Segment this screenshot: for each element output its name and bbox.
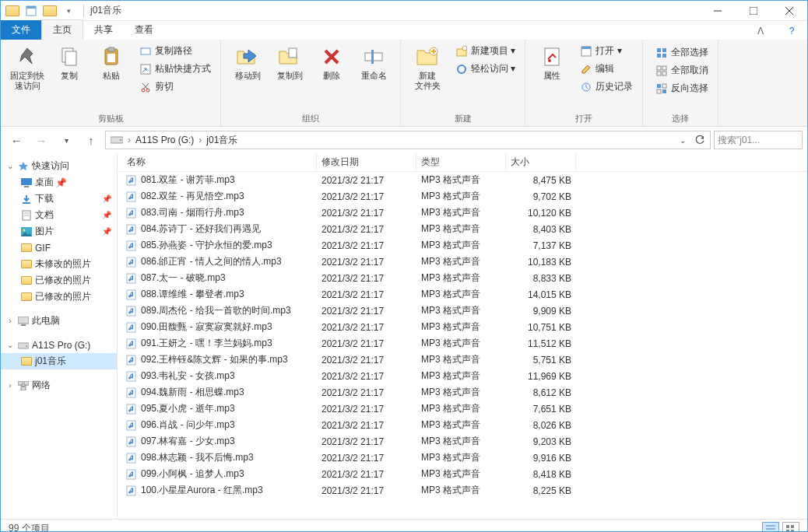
file-row[interactable]: 092.王梓钰&陈文辉 - 如果的事.mp32021/3/2 21:17MP3 … bbox=[118, 352, 807, 368]
breadcrumb-drive[interactable]: A11S Pro (G:) bbox=[132, 135, 197, 145]
select-none-button[interactable]: 全部取消 bbox=[652, 62, 711, 79]
qat-customize-dropdown[interactable]: ▾ bbox=[60, 2, 77, 19]
paste-button[interactable]: 粘贴 bbox=[91, 43, 132, 82]
mp3-icon bbox=[125, 321, 138, 334]
breadcrumb-drive-icon[interactable] bbox=[107, 135, 126, 145]
file-row[interactable]: 099.小阿枫 - 追梦人.mp32021/3/2 21:17MP3 格式声音8… bbox=[118, 466, 807, 482]
file-row[interactable]: 084.苏诗丁 - 还好我们再遇见2021/3/2 21:17MP3 格式声音8… bbox=[118, 221, 807, 237]
file-row[interactable]: 095.夏小虎 - 逝年.mp32021/3/2 21:17MP3 格式声音7,… bbox=[118, 401, 807, 417]
back-button[interactable]: ← bbox=[5, 130, 27, 150]
help-button[interactable]: ? bbox=[776, 23, 807, 40]
tree-documents[interactable]: 文档📌 bbox=[1, 207, 117, 223]
svg-rect-3 bbox=[750, 7, 757, 15]
select-all-button[interactable]: 全部选择 bbox=[652, 44, 711, 61]
search-input[interactable]: 搜索"j01... bbox=[714, 131, 803, 149]
file-size: 10,120 KB bbox=[506, 208, 576, 219]
delete-button[interactable]: 删除 bbox=[311, 43, 352, 82]
tree-thispc[interactable]: ›此电脑 bbox=[1, 313, 117, 329]
file-row[interactable]: 086.邰正宵 - 情人之间的情人.mp32021/3/2 21:17MP3 格… bbox=[118, 254, 807, 270]
tab-file[interactable]: 文件 bbox=[1, 20, 41, 40]
svg-rect-87 bbox=[786, 530, 789, 533]
file-row[interactable]: 100.小星星Aurora - 红黑.mp32021/3/2 21:17MP3 … bbox=[118, 482, 807, 499]
breadcrumb-folder[interactable]: j01音乐 bbox=[203, 134, 241, 147]
copy-path-button[interactable]: 复制路径 bbox=[136, 43, 214, 59]
forward-button[interactable]: → bbox=[30, 130, 52, 150]
col-date[interactable]: 修改日期 bbox=[317, 153, 416, 171]
rename-button[interactable]: 重命名 bbox=[353, 43, 394, 82]
col-name[interactable]: 名称 bbox=[118, 153, 317, 171]
file-list[interactable]: 名称 修改日期 类型 大小 081.双笙 - 谢芳菲.mp32021/3/2 2… bbox=[118, 153, 807, 519]
cut-button[interactable]: 剪切 bbox=[136, 79, 214, 95]
history-button[interactable]: 历史记录 bbox=[577, 79, 636, 95]
col-type[interactable]: 类型 bbox=[416, 153, 506, 171]
file-row[interactable]: 091.王妍之 - 嘿！李兰妈妈.mp32021/3/2 21:17MP3 格式… bbox=[118, 335, 807, 352]
file-row[interactable]: 094.魏新雨 - 相思蝶.mp32021/3/2 21:17MP3 格式声音8… bbox=[118, 384, 807, 401]
new-item-button[interactable]: 新建项目 ▾ bbox=[452, 43, 518, 59]
file-row[interactable]: 082.双笙 - 再见悟空.mp32021/3/2 21:17MP3 格式声音9… bbox=[118, 188, 807, 205]
svg-rect-58 bbox=[24, 381, 29, 385]
file-row[interactable]: 097.林宥嘉 - 少女.mp32021/3/2 21:17MP3 格式声音9,… bbox=[118, 433, 807, 450]
tree-pictures[interactable]: 图片📌 bbox=[1, 223, 117, 240]
select-group-label: 选择 bbox=[649, 111, 711, 124]
address-dropdown[interactable]: ⌄ bbox=[674, 131, 691, 149]
tree-modified2[interactable]: 已修改的照片 bbox=[1, 289, 117, 305]
col-size[interactable]: 大小 bbox=[506, 153, 576, 171]
invert-selection-button[interactable]: 反向选择 bbox=[652, 80, 711, 96]
close-button[interactable] bbox=[771, 1, 807, 21]
file-type: MP3 格式声音 bbox=[416, 451, 506, 464]
tab-home[interactable]: 主页 bbox=[41, 19, 83, 40]
tree-drive[interactable]: ⌄A11S Pro (G:) bbox=[1, 337, 117, 353]
address-bar[interactable]: › A11S Pro (G:) › j01音乐 ⌄ bbox=[105, 131, 711, 149]
refresh-button[interactable] bbox=[691, 131, 708, 149]
qat-newfolder-icon[interactable] bbox=[41, 2, 58, 19]
file-row[interactable]: 085.孙燕姿 - 守护永恒的爱.mp32021/3/2 21:17MP3 格式… bbox=[118, 237, 807, 254]
new-folder-button[interactable]: 新建 文件夹 bbox=[407, 43, 448, 93]
svg-rect-36 bbox=[662, 66, 666, 70]
tree-quickaccess[interactable]: ⌄快速访问 bbox=[1, 158, 117, 174]
minimize-button[interactable] bbox=[700, 1, 736, 21]
file-row[interactable]: 090.田馥甄 - 寂寞寂寞就好.mp32021/3/2 21:17MP3 格式… bbox=[118, 319, 807, 335]
move-to-button[interactable]: 移动到 bbox=[227, 43, 268, 82]
pin-quickaccess-button[interactable]: 固定到快 速访问 bbox=[7, 43, 47, 93]
paste-shortcut-button[interactable]: 粘贴快捷方式 bbox=[136, 61, 214, 77]
file-row[interactable]: 081.双笙 - 谢芳菲.mp32021/3/2 21:17MP3 格式声音8,… bbox=[118, 172, 807, 188]
copy-button[interactable]: 复制 bbox=[49, 43, 90, 82]
icons-view-button[interactable] bbox=[782, 522, 799, 533]
file-row[interactable]: 088.谭维维 - 攀登者.mp32021/3/2 21:17MP3 格式声音1… bbox=[118, 286, 807, 303]
file-size: 8,418 KB bbox=[506, 469, 576, 480]
newfolder-icon bbox=[415, 44, 440, 69]
file-row[interactable]: 096.肖战 - 问少年.mp32021/3/2 21:17MP3 格式声音8,… bbox=[118, 417, 807, 433]
open-button[interactable]: 打开 ▾ bbox=[577, 43, 636, 59]
details-view-button[interactable] bbox=[762, 522, 779, 533]
tab-view[interactable]: 查看 bbox=[124, 20, 164, 40]
copy-to-button[interactable]: 复制到 bbox=[269, 43, 310, 82]
tree-downloads[interactable]: 下载📌 bbox=[1, 191, 117, 207]
chevron-right-icon[interactable]: › bbox=[197, 135, 203, 145]
up-button[interactable]: ↑ bbox=[80, 130, 102, 150]
chevron-right-icon[interactable]: › bbox=[126, 135, 132, 145]
file-row[interactable]: 083.司南 - 烟雨行舟.mp32021/3/2 21:17MP3 格式声音1… bbox=[118, 205, 807, 221]
moveto-icon bbox=[235, 44, 260, 69]
maximize-button[interactable] bbox=[736, 1, 771, 21]
file-name: 086.邰正宵 - 情人之间的情人.mp3 bbox=[141, 255, 282, 268]
ribbon-collapse-button[interactable]: ᐱ bbox=[745, 23, 776, 40]
qat-properties-icon[interactable] bbox=[23, 2, 40, 19]
tree-gif[interactable]: GIF bbox=[1, 240, 117, 256]
file-row[interactable]: 087.太一 - 破晓.mp32021/3/2 21:17MP3 格式声音8,8… bbox=[118, 270, 807, 286]
properties-button[interactable]: 属性 bbox=[532, 43, 572, 82]
tree-current-folder[interactable]: j01音乐 bbox=[1, 353, 117, 369]
tree-modified1[interactable]: 已修改的照片 bbox=[1, 272, 117, 289]
easy-access-button[interactable]: 轻松访问 ▾ bbox=[452, 61, 518, 77]
tree-unmodified[interactable]: 未修改的照片 bbox=[1, 256, 117, 272]
tab-share[interactable]: 共享 bbox=[83, 20, 124, 40]
file-date: 2021/3/2 21:17 bbox=[317, 485, 416, 496]
recent-dropdown[interactable]: ▾ bbox=[55, 130, 77, 150]
file-row[interactable]: 098.林志颖 - 我不后悔.mp32021/3/2 21:17MP3 格式声音… bbox=[118, 450, 807, 466]
mp3-icon bbox=[125, 436, 138, 448]
edit-button[interactable]: 编辑 bbox=[577, 61, 636, 77]
tree-network[interactable]: ›网络 bbox=[1, 377, 117, 394]
file-row[interactable]: 093.韦礼安 - 女孩.mp32021/3/2 21:17MP3 格式声音11… bbox=[118, 368, 807, 384]
tree-desktop[interactable]: 桌面📌 bbox=[1, 174, 117, 191]
file-row[interactable]: 089.周杰伦 - 给我一首歌的时间.mp32021/3/2 21:17MP3 … bbox=[118, 303, 807, 319]
navigation-tree[interactable]: ⌄快速访问 桌面📌 下载📌 文档📌 图片📌 GIF 未修改的照片 已修改的照片 … bbox=[1, 153, 118, 519]
